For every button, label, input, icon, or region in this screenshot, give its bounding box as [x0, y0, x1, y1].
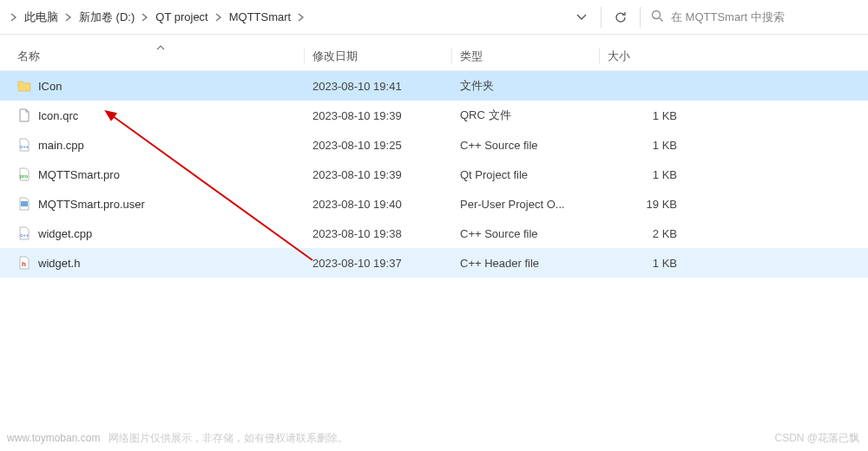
- file-row[interactable]: c++widget.cpp2023-08-10 19:38C++ Source …: [0, 219, 868, 248]
- name-cell: c++main.cpp: [17, 138, 312, 152]
- breadcrumb[interactable]: 此电脑 新加卷 (D:) QT project MQTTSmart: [0, 0, 568, 34]
- breadcrumb-item[interactable]: QT project: [152, 7, 211, 27]
- chevron-right-icon: [138, 13, 152, 22]
- file-name: widget.h: [38, 257, 80, 270]
- svg-point-0: [653, 10, 661, 18]
- type-cell: 文件夹: [460, 78, 608, 94]
- file-name: ICon: [38, 80, 62, 93]
- column-label: 大小: [608, 49, 630, 64]
- watermark: www.toymoban.com 网络图片仅供展示，非存储，如有侵权请联系删除。: [7, 431, 348, 446]
- size-cell: 1 KB: [608, 168, 677, 181]
- svg-text:pro: pro: [20, 173, 29, 179]
- column-label: 名称: [17, 49, 40, 64]
- credit: CSDN @花落已飘: [774, 431, 859, 446]
- name-cell: c++widget.cpp: [17, 226, 312, 240]
- size-cell: 1 KB: [608, 109, 677, 122]
- file-name: MQTTSmart.pro: [38, 168, 120, 181]
- type-cell: C++ Header file: [460, 257, 608, 270]
- chevron-right-icon: [62, 13, 76, 22]
- file-row[interactable]: proMQTTSmart.pro2023-08-10 19:39Qt Proje…: [0, 160, 868, 189]
- file-row[interactable]: Icon.qrc2023-08-10 19:39QRC 文件1 KB: [0, 101, 868, 130]
- name-cell: MQTTSmart.pro.user: [17, 197, 312, 211]
- chevron-right-icon: [212, 13, 226, 22]
- column-label: 修改日期: [312, 49, 358, 64]
- watermark-site: www.toymoban.com: [7, 432, 100, 444]
- sort-indicator-icon: [156, 40, 165, 53]
- type-cell: Qt Project file: [460, 168, 608, 181]
- breadcrumb-item[interactable]: 新加卷 (D:): [76, 6, 138, 29]
- svg-text:h: h: [22, 260, 26, 268]
- name-cell: proMQTTSmart.pro: [17, 167, 312, 181]
- watermark-note: 网络图片仅供展示，非存储，如有侵权请联系删除。: [108, 431, 348, 446]
- type-cell: C++ Source file: [460, 139, 608, 152]
- name-cell: hwidget.h: [17, 256, 312, 270]
- svg-text:c++: c++: [20, 232, 30, 238]
- file-name: widget.cpp: [38, 227, 92, 240]
- size-cell: 2 KB: [608, 227, 677, 240]
- date-cell: 2023-08-10 19:39: [312, 168, 460, 181]
- type-cell: C++ Source file: [460, 227, 608, 240]
- column-date[interactable]: 修改日期: [312, 42, 460, 70]
- folder-icon: [17, 79, 31, 93]
- divider: [640, 7, 641, 28]
- column-label: 类型: [460, 49, 483, 64]
- name-cell: Icon.qrc: [17, 108, 312, 122]
- file-row[interactable]: MQTTSmart.pro.user2023-08-10 19:40Per-Us…: [0, 189, 868, 219]
- date-cell: 2023-08-10 19:25: [312, 139, 460, 152]
- date-cell: 2023-08-10 19:37: [312, 257, 460, 270]
- date-cell: 2023-08-10 19:38: [312, 227, 460, 240]
- svg-line-1: [660, 17, 663, 21]
- chevron-right-icon: [7, 13, 21, 22]
- file-list: 名称 修改日期 类型 大小 ICon2023-08-10 19:41文件夹Ico…: [0, 35, 868, 278]
- breadcrumb-controls: [568, 3, 638, 31]
- search-box[interactable]: [642, 0, 868, 34]
- column-size[interactable]: 大小: [608, 42, 677, 70]
- date-cell: 2023-08-10 19:41: [312, 80, 460, 93]
- cpp-icon: c++: [17, 226, 31, 240]
- column-name[interactable]: 名称: [17, 42, 312, 70]
- pro-icon: pro: [17, 167, 31, 181]
- size-cell: 1 KB: [608, 139, 677, 152]
- chevron-right-icon: [294, 13, 308, 22]
- history-dropdown-button[interactable]: [568, 3, 595, 31]
- search-icon: [651, 10, 664, 25]
- file-icon: [17, 108, 31, 122]
- svg-rect-4: [21, 201, 28, 206]
- column-type[interactable]: 类型: [460, 42, 608, 70]
- divider: [601, 7, 602, 28]
- file-name: Icon.qrc: [38, 109, 78, 122]
- type-cell: Per-User Project O...: [460, 198, 608, 211]
- file-row[interactable]: ICon2023-08-10 19:41文件夹: [0, 71, 868, 101]
- breadcrumb-item[interactable]: 此电脑: [21, 6, 62, 29]
- file-row[interactable]: c++main.cpp2023-08-10 19:25C++ Source fi…: [0, 130, 868, 160]
- refresh-button[interactable]: [607, 3, 635, 31]
- date-cell: 2023-08-10 19:40: [312, 198, 460, 211]
- name-cell: ICon: [17, 79, 312, 93]
- h-icon: h: [17, 256, 31, 270]
- file-name: main.cpp: [38, 139, 84, 152]
- list-header: 名称 修改日期 类型 大小: [0, 42, 868, 71]
- cpp-icon: c++: [17, 138, 31, 152]
- file-row[interactable]: hwidget.h2023-08-10 19:37C++ Header file…: [0, 248, 868, 278]
- user-icon: [17, 197, 31, 211]
- search-input[interactable]: [671, 10, 859, 23]
- type-cell: QRC 文件: [460, 108, 608, 123]
- size-cell: 19 KB: [608, 198, 677, 211]
- file-name: MQTTSmart.pro.user: [38, 198, 145, 211]
- toolbar: 此电脑 新加卷 (D:) QT project MQTTSmart: [0, 0, 868, 35]
- size-cell: 1 KB: [608, 257, 677, 270]
- svg-text:c++: c++: [20, 144, 30, 149]
- breadcrumb-item[interactable]: MQTTSmart: [226, 7, 295, 27]
- date-cell: 2023-08-10 19:39: [312, 109, 460, 122]
